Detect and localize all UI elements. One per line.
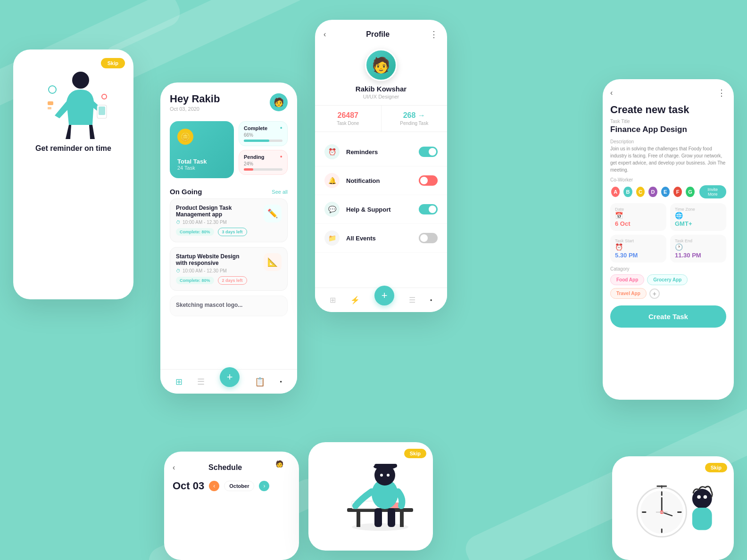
total-task-card: 🪙 Total Task 24 Task [170,121,234,178]
skip-button[interactable]: Skip [404,449,426,458]
greeting-section: Hey Rakib Oct 03, 2020 [170,93,220,112]
profile-avatar: 🧑 [365,49,397,81]
add-button[interactable]: + [374,286,394,305]
total-task-count: 24 Task [177,165,226,171]
phone-onboarding: Skip Get reminder on time When you encou… [13,49,133,299]
notification-menu-item[interactable]: 🔔 Notification [315,166,447,195]
coworker-avatar: A [610,186,621,198]
invite-more-button[interactable]: Invite More [699,185,726,198]
prev-month-button[interactable]: ‹ [209,481,219,491]
svg-point-17 [380,474,383,477]
more-options-button[interactable]: ⋮ [717,88,726,98]
skip-button[interactable]: Skip [101,58,125,68]
description-label: Description [603,139,734,144]
task-done-label: Task Done [315,121,381,126]
stats-row: 26487 Task Done 268 → Pending Task [315,105,447,132]
profile-title: Profile [326,30,430,39]
home-icon[interactable]: ⊞ [330,296,336,305]
back-button[interactable]: ‹ [173,463,175,472]
user-avatar[interactable]: 🧑 [270,93,288,111]
task-end-cell: Task End 🕐 11.30 PM [670,235,726,263]
task-time: ⏱ 10:00 AM - 12.30 PM [176,220,264,225]
phone-create-task: ‹ ⋮ Create new task Task Title Finance A… [603,79,734,400]
pending-pct: 24% [244,161,282,166]
task-name: Startup Website Designwith responsive [176,253,264,266]
task-done-value: 26487 [315,111,381,120]
task-status-cards: Complete ● 66% Pending ● 24% [239,121,288,178]
see-all-link[interactable]: See all [272,189,288,195]
date-text: Oct 03, 2020 [170,106,220,112]
all-events-menu-item[interactable]: 📁 All Events [315,224,447,253]
category-label: Catagory [603,266,734,272]
task-name: Sketching mascot logo... [176,302,282,308]
menu-icon[interactable]: ● [280,379,282,384]
add-task-button[interactable]: + [220,367,240,387]
onboarding-illustration [38,64,109,139]
home-icon[interactable]: ⊞ [175,377,183,387]
category-tags: Food App Grocery App Travel App + [603,274,734,305]
events-toggle[interactable] [419,233,438,243]
svg-point-33 [697,495,701,499]
help-toggle[interactable] [419,204,438,214]
days-left-tag: 2 days left [218,276,247,285]
food-app-tag[interactable]: Food App [610,274,644,285]
svg-rect-35 [692,508,712,530]
task-icon: 📐 [264,253,282,271]
date-value: 6 Oct [615,220,662,227]
create-task-button[interactable]: Create Task [610,305,726,328]
svg-rect-9 [357,512,360,527]
task-info: Product Design TaskManagement app ⏱ 10:0… [176,205,264,236]
reminders-menu-item[interactable]: ⏰ Reminders [315,138,447,166]
notification-toggle[interactable] [419,175,438,186]
filter-icon[interactable]: ⚡ [350,296,360,305]
coworker-avatar: D [647,186,658,198]
add-category-button[interactable]: + [649,288,660,299]
notification-label: Notification [346,177,380,184]
clock-illustration [621,463,725,552]
schedule-title: Schedule [208,463,242,472]
menu-item-left: 📁 All Events [324,231,376,246]
svg-point-3 [49,86,56,93]
list-icon[interactable]: ☰ [409,296,415,305]
svg-rect-10 [400,512,404,527]
schedule-date: Oct 03 [173,480,204,492]
start-icon: ⏰ [615,243,662,251]
dot-icon[interactable]: ● [430,298,432,302]
svg-rect-16 [374,464,397,468]
grocery-app-tag[interactable]: Grocery App [647,274,688,285]
complete-progress-fill [244,140,269,142]
svg-rect-5 [48,101,53,105]
coworker-avatar: C [635,186,646,198]
svg-rect-20 [388,508,395,527]
coworker-avatar: G [685,186,695,198]
complete-tag: Complete: 80% [176,228,214,236]
coworker-label: Co-Worker [603,177,734,182]
menu-item-left: ⏰ Reminders [324,144,378,159]
user-avatar: 🧑 [275,460,290,475]
coworkers-row: A B C D E F G Invite More [603,185,734,203]
ongoing-section-header: On Going See all [160,183,297,198]
task-title-value: Finance App Design [603,125,734,139]
help-icon: 💬 [324,202,340,217]
phone-illustration-3: Skip [612,456,734,560]
menu-item-left: 🔔 Notification [324,173,380,188]
task-end-value: 11.30 PM [675,252,722,259]
skip-button[interactable]: Skip [705,463,727,472]
task-start-cell: Task Start ⏰ 5.30 PM [610,235,666,263]
svg-point-18 [387,474,390,477]
profile-name: Rakib Kowshar [315,85,447,93]
back-button[interactable]: ‹ [610,89,613,97]
list-icon[interactable]: ☰ [197,377,205,387]
month-label: October [224,481,254,491]
bottom-navigation-3: ⊞ ⚡ + ☰ ● [315,288,447,312]
calendar-icon[interactable]: 📋 [255,377,265,387]
svg-rect-19 [374,508,382,527]
reminders-toggle[interactable] [419,147,438,157]
task-icon: ✏️ [264,205,282,222]
next-month-button[interactable]: › [259,481,269,491]
description-text: Join us in solving the challenges that F… [603,145,734,177]
travel-app-tag[interactable]: Travel App [610,288,647,299]
pending-stat: 268 → Pending Task [382,106,448,132]
help-support-menu-item[interactable]: 💬 Help & Support [315,195,447,224]
more-options-button[interactable]: ⋮ [430,29,439,40]
